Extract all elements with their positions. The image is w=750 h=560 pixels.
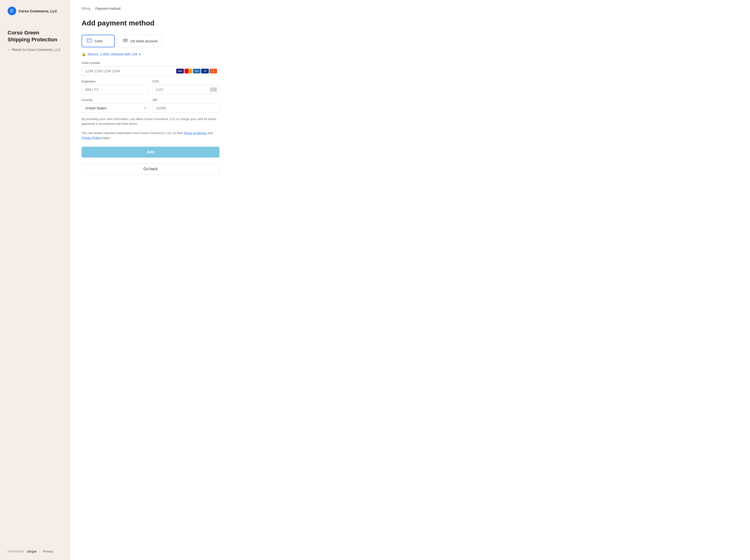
disclaimer-2: You can review important information fro…: [82, 131, 219, 140]
country-group: Country United States Canada United King…: [82, 98, 149, 113]
bank-tab-icon: [123, 38, 128, 44]
mastercard-icon: [184, 69, 192, 74]
visa-icon: VISA: [176, 69, 184, 74]
breadcrumb-current: Payment method: [95, 7, 121, 11]
payment-tabs: Card US bank account: [82, 35, 738, 47]
cvc-wrapper: [153, 85, 219, 94]
tab-card[interactable]: Card: [82, 35, 115, 47]
expiration-group: Expiration: [82, 80, 149, 94]
privacy-link[interactable]: Privacy: [43, 549, 53, 553]
terms-of-service-link[interactable]: Terms of Service: [184, 131, 207, 135]
more-cards-icon: ●: [210, 69, 217, 74]
cvc-group: CVC: [153, 80, 219, 94]
expiry-cvc-row: Expiration CVC: [82, 80, 219, 94]
bank-tab-label: US bank account: [130, 39, 157, 43]
chevron-down-icon: ▾: [139, 52, 140, 56]
secure-link[interactable]: 🔒 Secure, 1-click checkout with Link ▾: [82, 52, 738, 56]
svg-rect-10: [214, 90, 215, 90]
card-number-label: Card number: [82, 61, 219, 65]
amex-icon: AMEX: [193, 69, 200, 74]
sidebar-logo: C Corso Commerce, LLC: [7, 7, 62, 15]
svg-rect-4: [123, 40, 124, 42]
card-tab-icon: [87, 39, 92, 43]
powered-by-label: Powered by: [7, 549, 24, 553]
cvc-input[interactable]: [153, 85, 219, 94]
disclaimer-1: By providing your card information, you …: [82, 117, 219, 126]
stripe-logo: stripe: [27, 549, 37, 553]
card-tab-label: Card: [94, 39, 102, 43]
expiration-input[interactable]: [82, 85, 149, 94]
go-back-button[interactable]: Go back: [82, 163, 219, 175]
tab-bank[interactable]: US bank account: [118, 35, 162, 47]
zip-input[interactable]: [153, 103, 219, 113]
cvc-card-icon: [210, 87, 217, 92]
svg-rect-9: [211, 89, 216, 89]
country-select[interactable]: United States Canada United Kingdom Aust…: [82, 103, 149, 113]
svg-rect-6: [126, 40, 127, 42]
jcb-icon: JCB: [201, 69, 209, 74]
add-button[interactable]: Add: [82, 147, 219, 158]
expiration-label: Expiration: [82, 80, 149, 83]
svg-rect-1: [87, 39, 92, 40]
zip-group: ZIP: [153, 98, 219, 113]
page-title: Add payment method: [82, 19, 738, 27]
card-number-wrapper: VISA AMEX JCB ●: [82, 66, 219, 76]
sidebar-product-name: Corso Green Shipping Protection: [7, 29, 62, 43]
country-zip-row: Country United States Canada United King…: [82, 98, 219, 113]
lock-icon: 🔒: [82, 52, 86, 56]
disclaimer-2-suffix: pages.: [101, 136, 111, 140]
privacy-policy-link[interactable]: Privacy Policy: [82, 136, 101, 140]
sidebar-company-name: Corso Commerce, LLC: [19, 9, 57, 13]
back-link[interactable]: ← Return to Corso Commerce, LLC: [7, 48, 62, 52]
breadcrumb-billing[interactable]: Billing: [82, 7, 91, 11]
card-number-group: Card number VISA AMEX JCB ●: [82, 61, 219, 76]
cvc-label: CVC: [153, 80, 219, 83]
breadcrumb-separator: ›: [92, 7, 93, 11]
disclaimer-2-mid: and: [207, 131, 213, 135]
country-select-wrapper: United States Canada United Kingdom Aust…: [82, 103, 149, 113]
svg-rect-7: [123, 42, 128, 42]
sidebar: C Corso Commerce, LLC Corso Green Shippi…: [0, 0, 70, 560]
country-label: Country: [82, 98, 149, 102]
svg-rect-5: [125, 40, 126, 42]
svg-rect-0: [87, 39, 92, 42]
sidebar-footer: Powered by stripe | Privacy: [7, 549, 62, 553]
disclaimer-2-prefix: You can review important information fro…: [82, 131, 184, 135]
secure-link-text: Secure, 1-click checkout with Link: [87, 52, 137, 56]
svg-marker-3: [123, 39, 128, 40]
svg-rect-2: [87, 41, 89, 41]
breadcrumb: Billing › Payment method: [82, 7, 738, 11]
main-content: Billing › Payment method Add payment met…: [70, 0, 750, 560]
payment-form: Card number VISA AMEX JCB ● Expiration C…: [82, 61, 219, 175]
logo-icon: C: [7, 7, 16, 15]
zip-label: ZIP: [153, 98, 219, 102]
card-network-icons: VISA AMEX JCB ●: [176, 69, 217, 74]
